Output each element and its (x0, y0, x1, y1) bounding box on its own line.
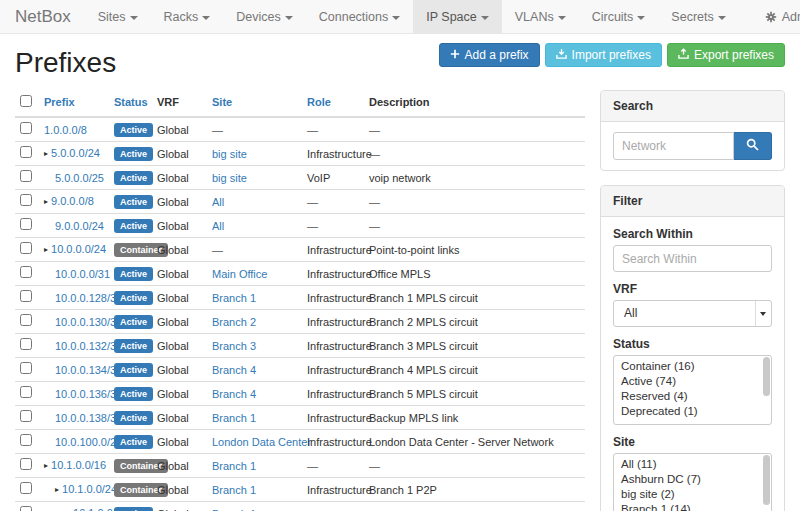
nav-item-devices[interactable]: Devices (223, 0, 305, 33)
nav-item-ip-space[interactable]: IP Space (413, 0, 502, 33)
site-link[interactable]: Branch 1 (212, 292, 256, 304)
status-listbox[interactable]: Container (16)Active (74)Reserved (4)Dep… (613, 355, 772, 425)
column-header-status[interactable]: Status (109, 90, 152, 117)
column-header-prefix[interactable]: Prefix (39, 90, 109, 117)
table-row: ▸5.0.0.0/24 Active Global big site Infra… (15, 142, 585, 166)
status-label: Status (613, 337, 772, 351)
nav-item-circuits[interactable]: Circuits (579, 0, 659, 33)
expand-arrow-icon[interactable]: ▸ (44, 245, 48, 254)
row-checkbox[interactable] (20, 266, 32, 278)
column-header-role[interactable]: Role (302, 90, 364, 117)
plus-icon (450, 48, 460, 62)
row-checkbox[interactable] (20, 242, 32, 254)
prefix-link[interactable]: 5.0.0.0/24 (51, 147, 100, 159)
row-checkbox[interactable] (20, 458, 32, 470)
listbox-option[interactable]: Deprecated (1) (614, 404, 771, 419)
admin-link[interactable]: Admin (765, 10, 800, 24)
nav-item-racks[interactable]: Racks (151, 0, 224, 33)
prefix-link[interactable]: 10.0.0.136/31 (55, 388, 122, 400)
site-link[interactable]: All (212, 196, 224, 208)
expand-arrow-icon[interactable]: ▸ (44, 461, 48, 470)
table-row: ▸10.1.0.0/24 Container Global Branch 1 I… (15, 478, 585, 502)
column-header-site[interactable]: Site (207, 90, 302, 117)
prefix-link[interactable]: 10.0.0.0/31 (55, 268, 110, 280)
add-prefix-button[interactable]: Add a prefix (439, 43, 540, 67)
row-checkbox[interactable] (20, 482, 32, 494)
listbox-option[interactable]: All (11) (614, 457, 771, 472)
site-link[interactable]: Branch 2 (212, 316, 256, 328)
nav-item-vlans[interactable]: VLANs (502, 0, 579, 33)
row-checkbox[interactable] (20, 194, 32, 206)
scrollbar-thumb[interactable] (763, 455, 770, 505)
site-link[interactable]: All (212, 220, 224, 232)
prefix-link[interactable]: 10.0.0.130/31 (55, 316, 122, 328)
site-link[interactable]: Branch 1 (212, 508, 256, 511)
page-header: Prefixes Add a prefix Import prefixes (15, 34, 785, 90)
status-badge: Active (114, 219, 153, 233)
row-checkbox[interactable] (20, 290, 32, 302)
site-link[interactable]: Branch 4 (212, 364, 256, 376)
site-link[interactable]: Branch 4 (212, 388, 256, 400)
status-badge: Active (114, 171, 153, 185)
listbox-option[interactable]: big site (2) (614, 487, 771, 502)
listbox-option[interactable]: Container (16) (614, 359, 771, 374)
row-checkbox[interactable] (20, 314, 32, 326)
scrollbar-thumb[interactable] (763, 357, 770, 396)
search-input[interactable] (613, 132, 734, 160)
row-checkbox[interactable] (20, 410, 32, 422)
site-link[interactable]: Branch 1 (212, 460, 256, 472)
brand-logo[interactable]: NetBox (0, 0, 85, 33)
row-checkbox[interactable] (20, 386, 32, 398)
search-button[interactable] (734, 132, 772, 160)
select-all-checkbox[interactable] (20, 95, 32, 107)
site-link[interactable]: Branch 1 (212, 484, 256, 496)
nav-item-connections[interactable]: Connections (306, 0, 414, 33)
gear-icon (765, 11, 777, 23)
site-listbox[interactable]: All (11)Ashburn DC (7)big site (2)Branch… (613, 453, 772, 511)
row-checkbox[interactable] (20, 434, 32, 446)
listbox-option[interactable]: Ashburn DC (7) (614, 472, 771, 487)
row-checkbox[interactable] (20, 146, 32, 158)
expand-arrow-icon[interactable]: ▸ (44, 197, 48, 206)
prefix-link[interactable]: 10.0.0.134/31 (55, 364, 122, 376)
prefix-link[interactable]: 5.0.0.0/25 (55, 172, 104, 184)
prefix-link[interactable]: 1.0.0.0/8 (44, 124, 87, 136)
row-checkbox[interactable] (20, 338, 32, 350)
export-prefixes-button[interactable]: Export prefixes (667, 43, 785, 67)
row-checkbox[interactable] (20, 218, 32, 230)
row-checkbox[interactable] (20, 506, 32, 511)
listbox-option[interactable]: Branch 1 (14) (614, 502, 771, 511)
prefix-link[interactable]: 10.0.0.0/24 (51, 243, 106, 255)
vrf-select[interactable]: All (613, 300, 772, 327)
nav-item-secrets[interactable]: Secrets (658, 0, 738, 33)
expand-arrow-icon[interactable]: ▸ (44, 149, 48, 158)
caret-down-icon (392, 16, 400, 20)
site-link[interactable]: Branch 3 (212, 340, 256, 352)
prefix-list: Prefix Status VRF Site Role Description … (15, 90, 585, 511)
row-checkbox[interactable] (20, 170, 32, 182)
prefix-link[interactable]: 10.1.0.0/24 (62, 483, 117, 495)
site-link[interactable]: big site (212, 148, 247, 160)
site-link[interactable]: Main Office (212, 268, 267, 280)
prefix-link[interactable]: 10.0.100.0/24 (55, 436, 122, 448)
listbox-option[interactable]: Active (74) (614, 374, 771, 389)
listbox-option[interactable]: Reserved (4) (614, 389, 771, 404)
expand-arrow-icon[interactable]: ▸ (55, 485, 59, 494)
site-link[interactable]: London Data Center (212, 436, 311, 448)
prefix-link[interactable]: 10.0.0.128/31 (55, 292, 122, 304)
row-checkbox[interactable] (20, 362, 32, 374)
prefix-link[interactable]: 10.1.0.0/16 (51, 459, 106, 471)
prefix-link[interactable]: 9.0.0.0/8 (51, 195, 94, 207)
action-buttons: Add a prefix Import prefixes Export pref… (439, 43, 785, 67)
search-within-input[interactable] (613, 245, 772, 272)
prefix-link[interactable]: 10.0.0.138/31 (55, 412, 122, 424)
row-checkbox[interactable] (20, 122, 32, 134)
import-prefixes-button[interactable]: Import prefixes (545, 43, 662, 67)
prefix-link[interactable]: 9.0.0.0/24 (55, 220, 104, 232)
table-row: 5.0.0.0/25 Active Global big site VoIP v… (15, 166, 585, 190)
nav-item-sites[interactable]: Sites (85, 0, 151, 33)
site-link[interactable]: big site (212, 172, 247, 184)
status-badge: Active (114, 147, 153, 161)
prefix-link[interactable]: 10.0.0.132/31 (55, 340, 122, 352)
site-link[interactable]: Branch 1 (212, 412, 256, 424)
